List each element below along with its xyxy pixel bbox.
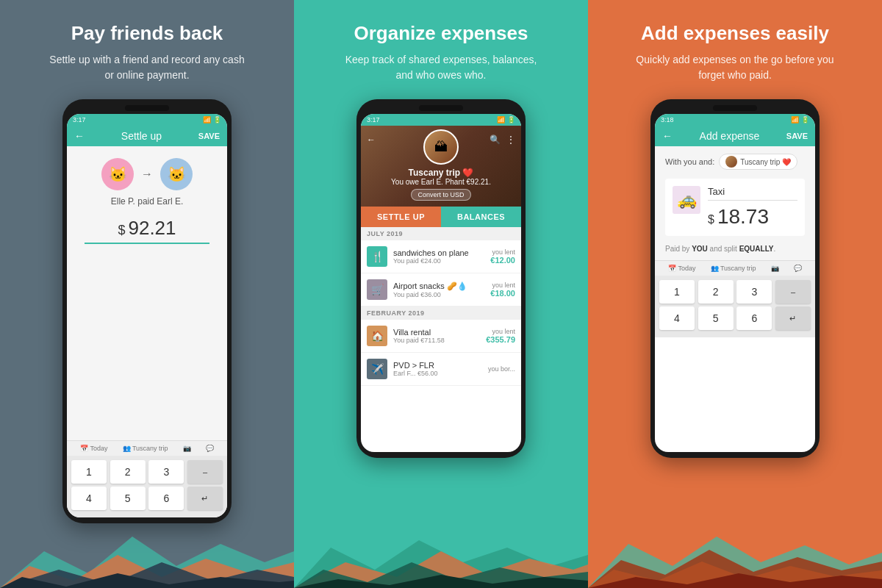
- phone-3: 3:18 📶 🔋 ← Add expense SAVE With you and…: [650, 99, 820, 458]
- app-header-1: ← Settle up SAVE: [67, 126, 227, 146]
- numpad-1: 1 2 3 – 4 5 6 ↵: [67, 456, 227, 517]
- with-label: With you and:: [665, 157, 714, 166]
- snacks-icon: 🛒: [367, 279, 387, 300]
- phone-1: 3:17 📶 🔋 ← Settle up SAVE 🐱 → 🐱 Elle: [62, 99, 232, 523]
- key-minus[interactable]: –: [187, 460, 223, 484]
- key-3[interactable]: 3: [148, 460, 184, 484]
- group-owe-text: You owe Earl E. Phant €92.21.: [391, 178, 491, 186]
- group-name: Tuscany trip ❤️: [409, 168, 474, 178]
- group-picker-1[interactable]: 👥 Tuscany trip: [123, 445, 168, 452]
- status-bar-2: 3:17 📶 🔋: [361, 114, 521, 126]
- split-info: Paid by YOU and split EQUALLY.: [665, 245, 805, 253]
- amount-row[interactable]: $ 92.21: [85, 217, 209, 244]
- panel-add-expenses: Add expenses easily Quickly add expenses…: [588, 0, 882, 588]
- lent-label-2: you lent: [490, 282, 515, 289]
- phone-2-screen: 3:17 📶 🔋 ← 🔍 ⋮ 🏔 Tuscany trip ❤️ You owe…: [361, 114, 521, 452]
- expense-entry-details: Taxi $ 18.73: [708, 186, 797, 229]
- settle-up-tab[interactable]: SETTLE UP: [361, 207, 441, 227]
- expense-villa[interactable]: 🏠 Villa rental You paid €711.58 you lent…: [361, 320, 521, 353]
- status-icons-2: 📶 🔋: [497, 116, 515, 123]
- expense-snacks-paid: You paid €36.00: [393, 291, 484, 298]
- comment-icon-1[interactable]: 💬: [206, 445, 214, 452]
- numpad-row-3a: 1 2 3 –: [659, 280, 811, 304]
- balances-tab[interactable]: BALANCES: [441, 207, 521, 227]
- key-5[interactable]: 5: [110, 487, 146, 510]
- key-3-5[interactable]: 5: [698, 306, 734, 330]
- currency-symbol-1: $: [118, 223, 125, 238]
- date-picker-1[interactable]: 📅 Today: [80, 445, 107, 452]
- expense-flight-amount: you bor...: [488, 365, 515, 373]
- month-header-july: JULY 2019: [361, 227, 521, 240]
- search-icon-2[interactable]: 🔍: [490, 135, 501, 145]
- key-2[interactable]: 2: [110, 460, 146, 484]
- camera-icon-3[interactable]: 📷: [771, 265, 779, 272]
- expense-sandwiches[interactable]: 🍴 sandwiches on plane You paid €24.00 yo…: [361, 240, 521, 273]
- key-3-4[interactable]: 4: [659, 306, 695, 330]
- panel-1-subtitle: Settle up with a friend and record any c…: [44, 52, 250, 83]
- panel-organize: Organize expenses Keep track of shared e…: [294, 0, 588, 588]
- amount-value-3[interactable]: 18.73: [717, 205, 769, 229]
- avatar-to: 🐱: [160, 158, 193, 190]
- lent-value-3: €355.79: [486, 335, 515, 344]
- lent-label-1: you lent: [490, 248, 515, 256]
- panel-2-subtitle: Keep track of shared expenses, balances,…: [338, 52, 544, 83]
- settle-content: 🐱 → 🐱 Elle P. paid Earl E. $ 92.21: [67, 146, 227, 440]
- key-3-3[interactable]: 3: [736, 280, 772, 304]
- numpad-row-1: 1 2 3 –: [71, 460, 223, 484]
- group-badge[interactable]: Tuscany trip ❤️: [719, 154, 797, 170]
- expense-sandwiches-paid: You paid €24.00: [393, 257, 484, 265]
- key-1[interactable]: 1: [71, 460, 107, 484]
- comment-icon-3[interactable]: 💬: [794, 265, 802, 272]
- expense-entry-amount: $ 18.73: [708, 205, 797, 229]
- phone-2: 3:17 📶 🔋 ← 🔍 ⋮ 🏔 Tuscany trip ❤️ You owe…: [356, 99, 526, 458]
- group-avatar: 🏔: [423, 129, 459, 165]
- numpad-row-2: 4 5 6 ↵: [71, 487, 223, 510]
- transfer-arrow-icon: →: [141, 168, 153, 181]
- key-4[interactable]: 4: [71, 487, 107, 510]
- save-button-3[interactable]: SAVE: [786, 132, 808, 140]
- key-3-1[interactable]: 1: [659, 280, 695, 304]
- expense-entry: 🚕 Taxi $ 18.73: [665, 179, 805, 236]
- with-row: With you and: Tuscany trip ❤️: [665, 154, 805, 170]
- more-icon-2[interactable]: ⋮: [506, 135, 515, 145]
- add-expense-content: With you and: Tuscany trip ❤️ 🚕 Taxi $ 1…: [655, 146, 815, 260]
- key-3-2[interactable]: 2: [698, 280, 734, 304]
- lent-value-1: €12.00: [490, 256, 515, 265]
- mountains-1: [0, 529, 294, 588]
- save-button-1[interactable]: SAVE: [198, 132, 220, 140]
- key-enter[interactable]: ↵: [187, 487, 223, 510]
- bottom-bar-3: 📅 Today 👥 Tuscany trip 📷 💬: [655, 260, 815, 276]
- expense-entry-name[interactable]: Taxi: [708, 186, 797, 201]
- date-picker-3[interactable]: 📅 Today: [668, 265, 695, 272]
- convert-button[interactable]: Convert to USD: [411, 189, 470, 201]
- borrow-label: you bor...: [488, 365, 515, 373]
- expense-snacks-info: Airport snacks 🥜💧 You paid €36.00: [393, 282, 484, 298]
- key-6[interactable]: 6: [148, 487, 184, 510]
- expense-flight-info: PVD > FLR Earl F... €56.00: [393, 361, 482, 377]
- group-picker-3[interactable]: 👥 Tuscany trip: [711, 265, 756, 272]
- food-icon: 🍴: [367, 246, 387, 267]
- back-button-1[interactable]: ←: [74, 130, 85, 142]
- phone-2-notch: [419, 105, 463, 111]
- key-3-minus[interactable]: –: [775, 280, 811, 304]
- expense-snacks[interactable]: 🛒 Airport snacks 🥜💧 You paid €36.00 you …: [361, 273, 521, 306]
- key-3-6[interactable]: 6: [736, 306, 772, 330]
- avatar-from: 🐱: [101, 158, 134, 190]
- back-button-3[interactable]: ←: [662, 130, 673, 142]
- paid-label: Elle P. paid Earl E.: [77, 196, 217, 207]
- taxi-icon: 🚕: [673, 186, 700, 214]
- panel-3-title: Add expenses easily: [641, 22, 829, 45]
- key-3-enter[interactable]: ↵: [775, 306, 811, 330]
- group-back-button[interactable]: ←: [367, 135, 376, 145]
- expense-flight-name: PVD > FLR: [393, 361, 482, 370]
- phone-1-screen: 3:17 📶 🔋 ← Settle up SAVE 🐱 → 🐱 Elle: [67, 114, 227, 517]
- expense-villa-amount: you lent €355.79: [486, 328, 515, 344]
- mountains-2: [294, 529, 588, 588]
- expense-sandwiches-name: sandwiches on plane: [393, 248, 484, 257]
- time-1: 3:17: [73, 116, 86, 123]
- expense-sandwiches-amount: you lent €12.00: [490, 248, 515, 265]
- amount-value-1[interactable]: 92.21: [128, 217, 176, 240]
- expense-flight[interactable]: ✈️ PVD > FLR Earl F... €56.00 you bor...: [361, 353, 521, 386]
- camera-icon-1[interactable]: 📷: [183, 445, 191, 452]
- phone-3-notch: [713, 105, 757, 111]
